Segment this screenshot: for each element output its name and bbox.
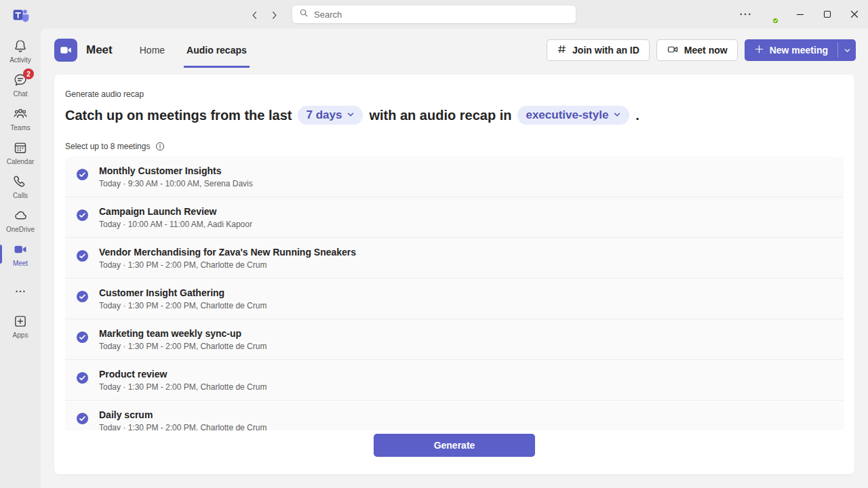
new-meeting-button[interactable]: New meeting [745, 39, 837, 61]
info-icon[interactable] [155, 141, 165, 151]
search-box[interactable] [292, 5, 576, 24]
sidebar-item-label: Calendar [7, 158, 35, 165]
meeting-title: Campaign Launch Review [99, 206, 252, 218]
sidebar-item-activity[interactable]: Activity [0, 34, 41, 68]
sidebar-item-label: Calls [13, 192, 28, 199]
cloud-icon [12, 207, 28, 224]
join-with-id-button[interactable]: Join with an ID [547, 39, 650, 61]
section-label: Generate audio recap [65, 89, 844, 99]
forward-button[interactable] [266, 7, 282, 23]
sidebar-item-label: OneDrive [6, 226, 35, 233]
sidebar-more-button[interactable] [0, 279, 41, 304]
sidebar-item-label: Apps [13, 331, 28, 339]
ellipsis-icon [12, 283, 28, 300]
meet-app-header: Meet Home Audio recaps Join with an ID M… [41, 33, 868, 68]
main-area: Meet Home Audio recaps Join with an ID M… [41, 28, 868, 488]
search-icon [299, 8, 309, 20]
page-title: Meet [86, 43, 113, 57]
teams-app-window: Activity 2 Chat Teams Calendar Calls [0, 0, 868, 488]
sidebar-item-apps[interactable]: Apps [0, 309, 41, 343]
new-meeting-split-button: New meeting [745, 39, 856, 61]
recap-style-dropdown[interactable]: executive-style [517, 106, 629, 125]
back-button[interactable] [246, 7, 262, 23]
meeting-title: Daily scrum [99, 409, 267, 421]
phone-icon [12, 174, 28, 190]
video-icon [12, 241, 28, 258]
selected-check-icon[interactable] [76, 290, 89, 303]
headline-text: Catch up on meetings from the last [65, 108, 292, 123]
meeting-row[interactable]: Daily scrum Today · 1:30 PM - 2:00 PM, C… [65, 401, 844, 430]
selected-check-icon[interactable] [76, 331, 89, 344]
meeting-row[interactable]: Customer Insight Gathering Today · 1:30 … [65, 279, 844, 319]
profile-avatar[interactable] [761, 6, 777, 22]
app-sidebar: Activity 2 Chat Teams Calendar Calls [0, 28, 41, 488]
sidebar-item-chat[interactable]: 2 Chat [0, 68, 41, 102]
bell-icon [12, 38, 28, 54]
meeting-title: Monthly Customer Insights [99, 165, 253, 177]
meeting-row[interactable]: Vendor Merchandising for Zava's New Runn… [65, 238, 844, 279]
meet-app-icon [54, 39, 77, 62]
audio-recap-card: Generate audio recap Catch up on meeting… [54, 75, 854, 474]
more-options-icon[interactable] [734, 4, 757, 24]
sidebar-item-calls[interactable]: Calls [0, 169, 41, 203]
sidebar-item-label: Activity [9, 56, 31, 64]
title-bar [0, 0, 868, 28]
maximize-button[interactable] [814, 0, 841, 28]
people-icon [12, 106, 28, 122]
headline-text: . [635, 108, 639, 123]
calendar-icon [12, 140, 28, 156]
sidebar-item-meet[interactable]: Meet [0, 237, 41, 271]
sidebar-item-calendar[interactable]: Calendar [0, 136, 41, 169]
meeting-details: Today · 1:30 PM - 2:00 PM, Charlotte de … [99, 260, 356, 270]
recap-headline: Catch up on meetings from the last 7 day… [65, 106, 844, 125]
close-button[interactable] [841, 0, 868, 28]
meeting-title: Marketing team weekly sync-up [99, 328, 267, 340]
selected-check-icon[interactable] [76, 412, 89, 425]
selected-check-icon[interactable] [76, 249, 89, 262]
teams-logo-icon [12, 6, 30, 24]
chevron-down-icon [613, 108, 621, 122]
meeting-row[interactable]: Campaign Launch Review Today · 10:00 AM … [65, 197, 844, 238]
plus-icon [754, 44, 764, 56]
meeting-details: Today · 10:00 AM - 11:00 AM, Aadi Kapoor [99, 220, 252, 229]
meet-now-button[interactable]: Meet now [656, 39, 738, 61]
search-input[interactable] [314, 9, 569, 20]
meeting-details: Today · 9:30 AM - 10:00 AM, Serena Davis [99, 179, 253, 188]
sidebar-item-label: Chat [13, 90, 27, 98]
meeting-details: Today · 1:30 PM - 2:00 PM, Charlotte de … [99, 382, 267, 392]
select-label: Select up to 8 meetings [65, 142, 150, 151]
meeting-row[interactable]: Product review Today · 1:30 PM - 2:00 PM… [65, 360, 844, 401]
selected-check-icon[interactable] [76, 168, 89, 181]
select-meetings-row: Select up to 8 meetings [65, 141, 844, 151]
chat-icon: 2 [12, 72, 28, 88]
sidebar-item-label: Teams [10, 124, 30, 131]
selected-check-icon[interactable] [76, 371, 89, 384]
generate-button[interactable]: Generate [374, 434, 535, 457]
meeting-title: Vendor Merchandising for Zava's New Runn… [99, 247, 356, 258]
video-outline-icon [667, 43, 679, 58]
meeting-list[interactable]: Monthly Customer Insights Today · 9:30 A… [65, 157, 844, 430]
apps-icon [12, 313, 28, 329]
sidebar-item-teams[interactable]: Teams [0, 102, 41, 136]
meeting-title: Product review [99, 369, 267, 380]
header-actions: Join with an ID Meet now New meeting [547, 39, 856, 61]
selected-check-icon[interactable] [76, 209, 89, 222]
meeting-row[interactable]: Monthly Customer Insights Today · 9:30 A… [65, 157, 844, 197]
chat-unread-badge: 2 [23, 68, 34, 79]
meeting-row[interactable]: Marketing team weekly sync-up Today · 1:… [65, 319, 844, 360]
tab-home[interactable]: Home [137, 33, 167, 68]
tab-bar: Home Audio recaps [129, 33, 258, 68]
meeting-title: Customer Insight Gathering [99, 287, 267, 299]
chevron-down-icon [347, 108, 355, 122]
new-meeting-dropdown-button[interactable] [838, 39, 856, 61]
hash-icon [557, 44, 567, 56]
time-range-dropdown[interactable]: 7 days [298, 106, 363, 125]
headline-text: with an audio recap in [369, 108, 511, 123]
tab-audio-recaps[interactable]: Audio recaps [184, 33, 250, 68]
meeting-details: Today · 1:30 PM - 2:00 PM, Charlotte de … [99, 342, 267, 351]
minimize-button[interactable] [787, 0, 814, 28]
meeting-details: Today · 1:30 PM - 2:00 PM, Charlotte de … [99, 423, 267, 431]
presence-available-icon [772, 17, 779, 24]
sidebar-item-label: Meet [13, 260, 28, 267]
sidebar-item-onedrive[interactable]: OneDrive [0, 203, 41, 237]
